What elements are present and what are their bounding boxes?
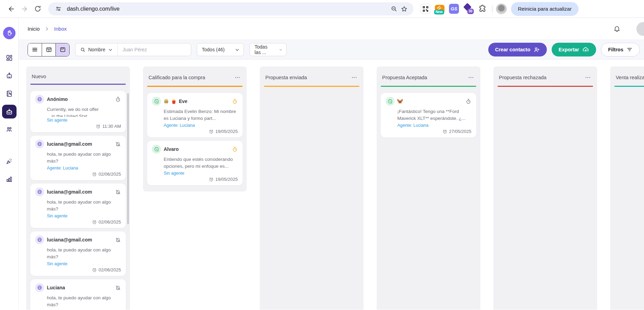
contact-card[interactable]: luciana@gmail.com hola, te puedo ayudar … <box>30 184 126 228</box>
column-menu-icon[interactable] <box>350 74 358 81</box>
contact-card[interactable]: Alvaro Entiendo que estés considerando o… <box>147 141 243 185</box>
grid-icon <box>6 54 13 62</box>
contact-card[interactable]: Eve Estimada Evelin Benzo: Mi nombre es … <box>147 93 243 137</box>
notifications-bell-icon[interactable] <box>613 25 621 32</box>
column-underline <box>264 86 359 87</box>
zoom-out-icon[interactable] <box>389 4 399 14</box>
qr-extension-icon[interactable] <box>420 4 430 14</box>
stopwatch-icon <box>115 96 121 102</box>
contact-name: Anónimo <box>47 96 68 102</box>
cliengo-logo[interactable] <box>3 27 16 39</box>
agent-label[interactable]: Sin agente <box>47 214 121 218</box>
search-field-selector[interactable]: Nombre <box>75 43 118 56</box>
reload-button[interactable] <box>32 3 43 15</box>
channel-filter-dropdown[interactable]: Todas las ... <box>249 43 287 56</box>
last-message: Entiendo que estés considerando opciones… <box>164 156 238 170</box>
sidebar-item-team[interactable] <box>2 123 17 136</box>
search-input[interactable] <box>118 43 191 56</box>
kanban-board: Nuevo Anónimo <box>19 60 644 310</box>
column-title: Propuesta rechazada <box>499 75 546 80</box>
search-icon <box>80 47 85 52</box>
agent-label[interactable]: Sin agente <box>47 261 121 266</box>
export-button[interactable]: Exportar <box>552 43 596 56</box>
search-field-label: Nombre <box>88 47 105 52</box>
contact-card[interactable]: luciana@gmail.com hola, te puedo ayudar … <box>30 231 126 276</box>
alarm-clock-icon <box>92 220 97 225</box>
bookmark-star-icon[interactable] <box>399 4 409 14</box>
restart-to-update-button[interactable]: Reinicia para actualizar <box>511 2 579 16</box>
whatsapp-icon <box>152 97 161 106</box>
browser-window: dash.cliengo.com/live New GS 30 <box>0 0 644 310</box>
agent-label[interactable]: Sin agente <box>164 171 238 176</box>
stopwatch-icon-orange <box>232 99 238 104</box>
kanban-view-button[interactable] <box>55 43 69 56</box>
filters-label: Filtros <box>608 47 623 52</box>
filters-button[interactable]: Filtros <box>601 43 640 56</box>
agent-label[interactable]: Agente: Luciana <box>164 123 238 128</box>
bell-muted-icon <box>115 237 121 243</box>
column-title: Propuesta enviada <box>265 75 307 80</box>
card-timestamp: 11:30 AM <box>35 124 121 129</box>
sidebar-item-inbox[interactable] <box>2 105 17 118</box>
contact-card[interactable]: Anónimo Currently, we do not offer …in t… <box>30 91 126 132</box>
card-timestamp: 02/06/2025 <box>35 172 121 177</box>
column-scrollbar[interactable] <box>127 93 129 224</box>
browser-toolbar: dash.cliengo.com/live New GS 30 <box>0 0 644 18</box>
contact-card[interactable]: ¡Fantástico! Tengo una **Ford Maverick X… <box>381 93 476 137</box>
browser-profile-avatar[interactable] <box>496 3 507 14</box>
sidebar-item-chatbot[interactable] <box>2 69 17 83</box>
column-menu-icon[interactable] <box>584 74 592 81</box>
agent-label[interactable]: Agente: Luciana <box>397 123 471 128</box>
whatsapp-icon <box>386 97 395 106</box>
column-title: Propuesta Aceptada <box>382 75 427 80</box>
sidebar-item-campaigns[interactable] <box>2 154 17 168</box>
kanban-column-venta-realizada: Venta realizada <box>610 66 644 310</box>
gs-extension-icon[interactable]: GS <box>449 4 459 14</box>
sidebar-item-contacts[interactable] <box>2 87 17 101</box>
url-text[interactable]: dash.cliengo.com/live <box>67 6 389 12</box>
create-contact-button[interactable]: Crear contacto <box>488 43 547 56</box>
globe-icon <box>35 95 44 104</box>
sidebar-item-dashboard[interactable] <box>2 51 17 65</box>
card-timestamp: 19/05/2025 <box>152 129 238 134</box>
clipped-message-line: …in the United Stat… <box>47 113 121 117</box>
last-message: hola, te puedo ayudar con algo más? <box>47 294 121 308</box>
butterfly-icon <box>397 99 403 104</box>
site-settings-icon[interactable] <box>53 4 63 14</box>
chevron-down-icon <box>235 48 239 52</box>
card-timestamp: 19/05/2025 <box>152 177 238 182</box>
new-extension-icon[interactable]: New <box>435 5 444 13</box>
contact-name: Alvaro <box>164 146 179 152</box>
counter-extension-icon[interactable]: 30 <box>463 4 474 14</box>
list-view-icon <box>32 46 38 53</box>
breadcrumb-home[interactable]: Inicio <box>28 26 40 32</box>
column-title: Nuevo <box>32 74 46 79</box>
bar-chart-icon <box>6 175 13 183</box>
last-message: hola, te puedo ayudar con algo más? <box>47 247 121 260</box>
url-bar[interactable]: dash.cliengo.com/live <box>48 2 413 16</box>
contact-card[interactable]: luciana@gmail.com hola, te puedo ayudar … <box>30 136 126 180</box>
list-view-button[interactable] <box>28 43 42 56</box>
column-menu-icon[interactable] <box>467 74 475 81</box>
card-timestamp: 02/06/2025 <box>35 219 121 225</box>
forward-button[interactable] <box>19 3 30 15</box>
contact-name: luciana@gmail.com <box>47 189 92 195</box>
status-filter-dropdown[interactable]: Todos (46) <box>197 43 244 56</box>
card-timestamp: 27/05/2025 <box>386 129 471 134</box>
kanban-view-icon <box>60 46 66 53</box>
contact-card[interactable]: Luciana hola, te puedo ayudar con algo m… <box>30 279 126 310</box>
last-message: Estimada Evelin Benzo: Mi nombre es Luci… <box>164 108 238 122</box>
alarm-clock-icon <box>92 172 97 177</box>
globe-icon <box>35 235 44 244</box>
table-view-icon <box>46 46 52 53</box>
agent-label[interactable]: Sin agente <box>47 118 121 123</box>
user-avatar[interactable] <box>636 22 644 36</box>
table-view-button[interactable] <box>42 43 55 56</box>
puzzle-extensions-icon[interactable] <box>478 4 487 14</box>
agent-label[interactable]: Agente: Luciana <box>47 166 121 170</box>
sidebar-item-analytics[interactable] <box>2 172 17 186</box>
contact-name: luciana@gmail.com <box>47 237 92 242</box>
back-button[interactable] <box>6 3 17 15</box>
column-menu-icon[interactable] <box>234 74 241 81</box>
whatsapp-icon <box>152 145 161 154</box>
